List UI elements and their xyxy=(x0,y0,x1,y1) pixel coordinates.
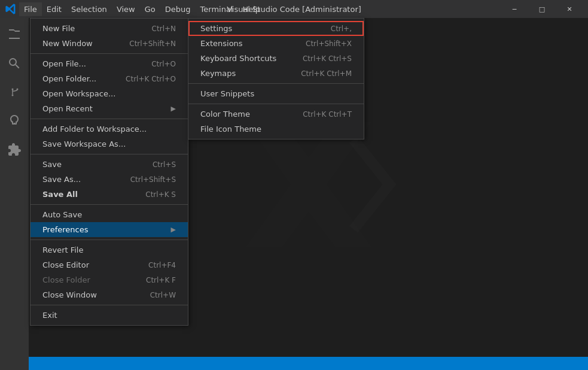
submenu-item-user-snippets[interactable]: User Snippets xyxy=(188,86,364,101)
submenu-item-keymaps-shortcut: Ctrl+K Ctrl+M xyxy=(301,69,352,78)
menu-item-save-as-label: Save As... xyxy=(42,175,81,184)
minimize-button[interactable]: ─ xyxy=(501,0,528,18)
submenu-item-file-icon-theme-label: File Icon Theme xyxy=(200,125,261,134)
menu-item-new-file-shortcut: Ctrl+N xyxy=(152,25,176,33)
submenu-item-keymaps-label: Keymaps xyxy=(200,69,236,78)
menu-item-save-as[interactable]: Save As... Ctrl+Shift+S xyxy=(31,172,188,187)
submenu-item-settings-shortcut: Ctrl+, xyxy=(331,25,352,33)
menu-item-save-all-label: Save All xyxy=(42,190,78,199)
submenu-item-extensions-shortcut: Ctrl+Shift+X xyxy=(306,40,352,48)
menu-item-auto-save-label: Auto Save xyxy=(42,210,82,219)
menu-item-close-folder: Close Folder Ctrl+K F xyxy=(31,272,188,287)
submenu-item-color-theme-shortcut: Ctrl+K Ctrl+T xyxy=(303,110,352,119)
menu-item-open-recent[interactable]: Open Recent ▶ xyxy=(31,101,188,116)
menu-item-save-workspace-as-label: Save Workspace As... xyxy=(42,139,126,148)
menu-item-close-folder-shortcut: Ctrl+K F xyxy=(146,276,176,284)
menu-file[interactable]: File xyxy=(19,2,42,16)
menu-item-new-window-label: New Window xyxy=(42,39,93,48)
vscode-logo-icon xyxy=(5,3,17,15)
menu-item-open-file-label: Open File... xyxy=(42,59,86,68)
menu-item-new-window[interactable]: New Window Ctrl+Shift+N xyxy=(31,36,188,51)
menu-item-save-as-shortcut: Ctrl+Shift+S xyxy=(130,175,176,184)
menu-item-auto-save[interactable]: Auto Save xyxy=(31,207,188,222)
menu-item-open-file[interactable]: Open File... Ctrl+O xyxy=(31,56,188,71)
submenu-separator-2 xyxy=(188,104,364,104)
submenu-item-settings[interactable]: Settings Ctrl+, xyxy=(188,21,364,36)
submenu-item-keyboard-shortcuts[interactable]: Keyboard Shortcuts Ctrl+K Ctrl+S xyxy=(188,51,364,66)
open-recent-arrow-icon: ▶ xyxy=(171,105,176,113)
menu-item-save-label: Save xyxy=(42,160,62,169)
menu-item-open-folder-label: Open Folder... xyxy=(42,74,96,83)
menu-item-close-editor-label: Close Editor xyxy=(42,260,89,269)
menu-item-open-folder-shortcut: Ctrl+K Ctrl+O xyxy=(126,75,176,83)
separator-3 xyxy=(31,154,188,154)
menu-item-new-window-shortcut: Ctrl+Shift+N xyxy=(129,40,176,48)
separator-6 xyxy=(31,305,188,305)
submenu-item-keymaps[interactable]: Keymaps Ctrl+K Ctrl+M xyxy=(188,66,364,81)
menu-item-preferences[interactable]: Preferences ▶ xyxy=(31,222,188,237)
menu-item-close-window-label: Close Window xyxy=(42,290,97,299)
menu-item-exit[interactable]: Exit xyxy=(31,308,188,323)
menu-debug[interactable]: Debug xyxy=(160,2,196,16)
menu-selection[interactable]: Selection xyxy=(66,2,112,16)
menu-item-save-shortcut: Ctrl+S xyxy=(153,160,176,169)
separator-5 xyxy=(31,239,188,240)
svg-point-2 xyxy=(17,89,19,90)
separator-2 xyxy=(31,119,188,119)
menu-go[interactable]: Go xyxy=(140,2,160,16)
menu-item-save-all[interactable]: Save All Ctrl+K S xyxy=(31,187,188,202)
status-bar xyxy=(0,357,588,370)
menu-item-add-folder-workspace-label: Add Folder to Workspace... xyxy=(42,125,147,134)
submenu-separator-1 xyxy=(188,83,364,84)
svg-point-0 xyxy=(12,89,14,90)
menu-item-close-window[interactable]: Close Window Ctrl+W xyxy=(31,287,188,302)
submenu-item-settings-label: Settings xyxy=(200,24,232,33)
submenu-item-color-theme-label: Color Theme xyxy=(200,110,250,119)
menu-view[interactable]: View xyxy=(112,2,140,16)
window-controls: ─ □ ✕ xyxy=(501,0,583,18)
title-bar: File Edit Selection View Go Debug Termin… xyxy=(0,0,588,18)
menu-item-exit-label: Exit xyxy=(42,311,57,320)
menu-item-save-all-shortcut: Ctrl+K S xyxy=(145,190,176,199)
close-button[interactable]: ✕ xyxy=(556,0,583,18)
preferences-submenu: Settings Ctrl+, Extensions Ctrl+Shift+X … xyxy=(188,18,364,139)
submenu-item-file-icon-theme[interactable]: File Icon Theme xyxy=(188,122,364,137)
source-control-activity-icon[interactable] xyxy=(0,78,29,107)
menu-item-preferences-label: Preferences xyxy=(42,225,88,234)
separator-4 xyxy=(31,204,188,205)
submenu-item-extensions[interactable]: Extensions Ctrl+Shift+X xyxy=(188,36,364,51)
window-title: Visual Studio Code [Administrator] xyxy=(227,5,361,14)
menu-item-revert-file[interactable]: Revert File xyxy=(31,242,188,257)
submenu-item-keyboard-shortcuts-label: Keyboard Shortcuts xyxy=(200,54,276,63)
menu-item-close-folder-label: Close Folder xyxy=(42,275,90,284)
title-bar-left: File Edit Selection View Go Debug Termin… xyxy=(5,2,265,16)
svg-point-1 xyxy=(12,95,14,96)
menu-item-open-recent-label: Open Recent xyxy=(42,104,93,113)
menu-item-open-workspace[interactable]: Open Workspace... xyxy=(31,86,188,101)
menu-edit[interactable]: Edit xyxy=(42,2,66,16)
explorer-activity-icon[interactable] xyxy=(0,20,29,49)
menu-item-add-folder-workspace[interactable]: Add Folder to Workspace... xyxy=(31,122,188,137)
separator-1 xyxy=(31,53,188,54)
menu-item-save-workspace-as[interactable]: Save Workspace As... xyxy=(31,137,188,151)
menu-item-open-file-shortcut: Ctrl+O xyxy=(151,60,176,68)
menu-item-close-window-shortcut: Ctrl+W xyxy=(150,291,176,299)
activity-bar xyxy=(0,18,29,370)
menu-item-open-folder[interactable]: Open Folder... Ctrl+K Ctrl+O xyxy=(31,71,188,86)
menu-item-close-editor[interactable]: Close Editor Ctrl+F4 xyxy=(31,257,188,272)
menu-item-new-file-label: New File xyxy=(42,24,75,33)
submenu-item-extensions-label: Extensions xyxy=(200,39,243,48)
extensions-activity-icon[interactable] xyxy=(0,135,29,164)
menu-item-open-workspace-label: Open Workspace... xyxy=(42,89,115,98)
file-menu-dropdown: New File Ctrl+N New Window Ctrl+Shift+N … xyxy=(30,18,188,326)
preferences-arrow-icon: ▶ xyxy=(171,226,176,233)
search-activity-icon[interactable] xyxy=(0,49,29,78)
menu-item-save[interactable]: Save Ctrl+S xyxy=(31,157,188,172)
debug-activity-icon[interactable] xyxy=(0,107,29,135)
menu-item-revert-file-label: Revert File xyxy=(42,245,83,254)
submenu-item-keyboard-shortcuts-shortcut: Ctrl+K Ctrl+S xyxy=(303,54,352,63)
submenu-item-color-theme[interactable]: Color Theme Ctrl+K Ctrl+T xyxy=(188,107,364,122)
maximize-button[interactable]: □ xyxy=(528,0,556,18)
menu-item-new-file[interactable]: New File Ctrl+N xyxy=(31,21,188,36)
menu-item-close-editor-shortcut: Ctrl+F4 xyxy=(148,261,176,269)
